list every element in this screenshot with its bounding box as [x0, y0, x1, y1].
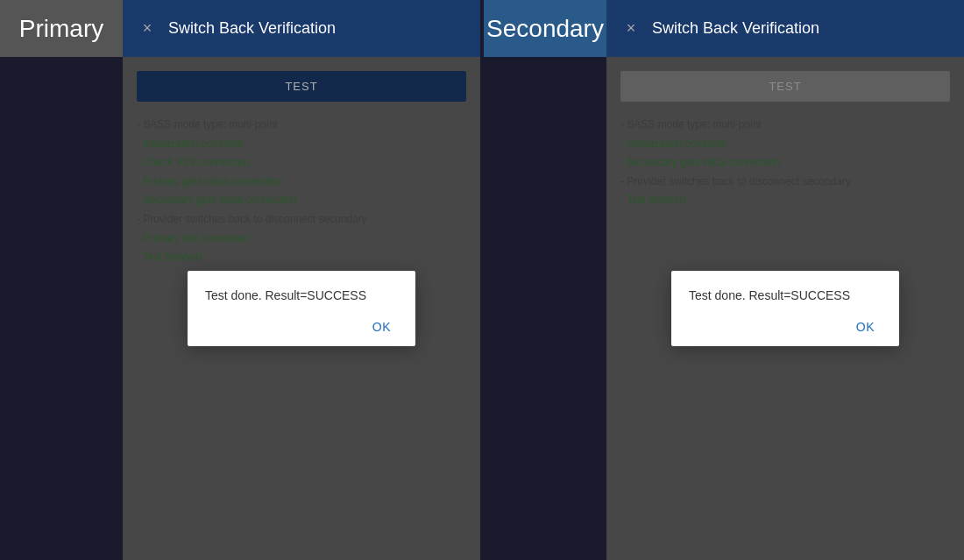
primary-ok-button[interactable]: OK	[365, 316, 398, 337]
primary-body: TEST - SASS mode type: multi-point - Ini…	[123, 57, 480, 560]
secondary-screen: × Switch Back Verification TEST - SASS m…	[606, 0, 964, 560]
primary-header-title: Switch Back Verification	[168, 19, 336, 38]
secondary-dialog-actions: OK	[689, 316, 882, 337]
primary-close-button[interactable]: ×	[137, 18, 158, 39]
secondary-header-title: Switch Back Verification	[652, 19, 819, 38]
secondary-dialog: Test done. Result=SUCCESS OK	[671, 271, 899, 346]
primary-dialog-actions: OK	[205, 316, 398, 337]
primary-dialog-text: Test done. Result=SUCCESS	[205, 288, 398, 302]
secondary-ok-button[interactable]: OK	[849, 316, 882, 337]
primary-screen: × Switch Back Verification TEST - SASS m…	[123, 0, 480, 560]
primary-label-text: Primary	[19, 15, 103, 43]
secondary-dialog-overlay: Test done. Result=SUCCESS OK	[606, 57, 964, 560]
secondary-dialog-text: Test done. Result=SUCCESS	[689, 288, 882, 302]
secondary-body: TEST - SASS mode type: multi-point - Ini…	[606, 57, 964, 560]
secondary-phone: Secondary × Switch Back Verification TES…	[484, 0, 964, 560]
primary-header: × Switch Back Verification	[123, 0, 480, 57]
primary-label-bg: Primary	[0, 0, 123, 57]
primary-dialog: Test done. Result=SUCCESS OK	[188, 271, 415, 346]
primary-dialog-overlay: Test done. Result=SUCCESS OK	[123, 57, 480, 560]
secondary-label-text: Secondary	[486, 15, 604, 43]
secondary-close-button[interactable]: ×	[620, 18, 641, 39]
secondary-header: × Switch Back Verification	[606, 0, 964, 57]
secondary-label-bg: Secondary	[484, 0, 606, 57]
primary-phone: Primary × Switch Back Verification TEST …	[0, 0, 480, 560]
